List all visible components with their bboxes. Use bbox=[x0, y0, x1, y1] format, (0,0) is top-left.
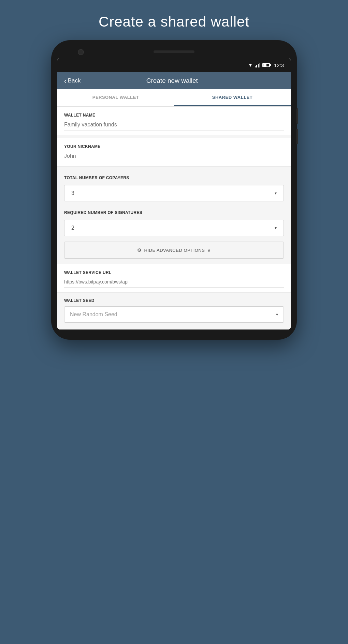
nickname-field: YOUR NICKNAME bbox=[57, 138, 291, 167]
hide-advanced-options-button[interactable]: ⚙ HIDE ADVANCED OPTIONS ∧ bbox=[64, 242, 284, 259]
tab-personal-wallet[interactable]: PERSONAL WALLET bbox=[57, 89, 174, 106]
chevron-up-icon: ∧ bbox=[207, 248, 211, 253]
tab-shared-wallet[interactable]: SHARED WALLET bbox=[174, 89, 291, 106]
signal-icon bbox=[255, 63, 260, 67]
tabs-bar: PERSONAL WALLET SHARED WALLET bbox=[57, 89, 291, 107]
wallet-service-input[interactable] bbox=[64, 278, 284, 288]
wallet-service-label: WALLET SERVICE URL bbox=[64, 270, 284, 275]
gear-icon: ⚙ bbox=[137, 247, 142, 253]
status-time: 12:3 bbox=[274, 62, 284, 68]
wifi-icon: ▼ bbox=[248, 62, 253, 68]
phone-camera bbox=[78, 49, 84, 55]
battery-icon bbox=[262, 63, 270, 67]
page-title: Create a shared wallet bbox=[99, 14, 249, 30]
wallet-seed-section: WALLET SEED New Random Seed ▾ bbox=[57, 293, 291, 329]
back-arrow-icon: ‹ bbox=[64, 77, 67, 84]
wallet-service-section: WALLET SERVICE URL bbox=[57, 264, 291, 293]
signatures-value: 2 bbox=[71, 225, 74, 231]
copayers-label: TOTAL NUMBER OF COPAYERS bbox=[64, 175, 284, 180]
wallet-name-field: WALLET NAME bbox=[57, 107, 291, 135]
phone-speaker bbox=[154, 50, 194, 53]
phone-container: ▼ 12:3 ‹ Back Create new w bbox=[51, 40, 297, 340]
back-label: Back bbox=[68, 77, 81, 84]
nickname-input[interactable] bbox=[64, 152, 284, 162]
copayers-dropdown[interactable]: 3 ▾ bbox=[64, 185, 284, 201]
phone-screen: ▼ 12:3 ‹ Back Create new w bbox=[57, 58, 291, 329]
wallet-seed-value: New Random Seed bbox=[70, 311, 117, 318]
wallet-name-input[interactable] bbox=[64, 120, 284, 131]
volume-up-button[interactable] bbox=[296, 108, 298, 124]
signatures-dropdown[interactable]: 2 ▾ bbox=[64, 220, 284, 236]
wallet-seed-dropdown-arrow-icon: ▾ bbox=[276, 312, 278, 317]
copayers-section: TOTAL NUMBER OF COPAYERS bbox=[57, 169, 291, 185]
app-header: ‹ Back Create new wallet bbox=[57, 72, 291, 89]
header-title: Create new wallet bbox=[81, 77, 263, 85]
nickname-label: YOUR NICKNAME bbox=[64, 144, 284, 149]
copayers-dropdown-arrow-icon: ▾ bbox=[275, 191, 277, 196]
wallet-seed-dropdown[interactable]: New Random Seed ▾ bbox=[64, 306, 284, 323]
volume-down-button[interactable] bbox=[296, 129, 298, 144]
signatures-section: REQUIRED NUMBER OF SIGNATURES bbox=[57, 204, 291, 220]
signatures-dropdown-arrow-icon: ▾ bbox=[275, 226, 277, 230]
status-icons: ▼ bbox=[248, 62, 270, 68]
advanced-btn-label: HIDE ADVANCED OPTIONS bbox=[144, 248, 205, 253]
wallet-name-label: WALLET NAME bbox=[64, 113, 284, 118]
back-button[interactable]: ‹ Back bbox=[64, 77, 81, 84]
signatures-label: REQUIRED NUMBER OF SIGNATURES bbox=[64, 210, 284, 215]
status-bar: ▼ 12:3 bbox=[57, 58, 291, 72]
wallet-seed-label: WALLET SEED bbox=[64, 298, 284, 303]
copayers-value: 3 bbox=[71, 190, 74, 196]
phone-top-bar bbox=[57, 46, 291, 58]
form-section: WALLET NAME YOUR NICKNAME TOTAL NUMBER O… bbox=[57, 107, 291, 329]
